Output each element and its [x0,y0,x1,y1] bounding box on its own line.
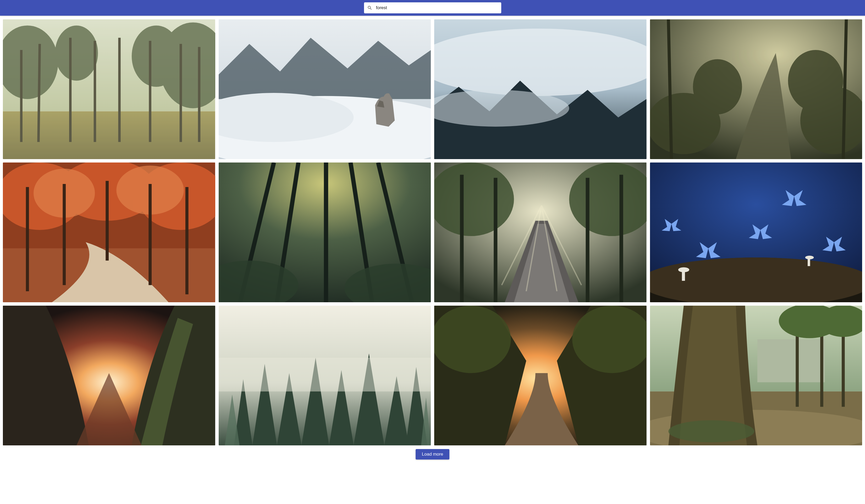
image-grid [0,16,865,447]
sunset-forest-road-image [434,306,647,445]
pine-forest-fog-image [219,306,431,445]
svg-rect-68 [219,358,431,391]
mossy-forest-path-image [650,19,862,159]
svg-point-76 [668,420,754,442]
svg-point-24 [693,59,742,114]
forest-sunlit-grove-image [3,19,215,159]
image-tile[interactable] [650,306,862,445]
image-tile[interactable] [3,19,215,159]
svg-point-19 [434,28,647,96]
svg-point-25 [788,50,843,111]
svg-rect-65 [808,258,810,266]
foggy-mountain-forest-image [434,19,647,159]
image-tile[interactable] [3,163,215,302]
image-tile[interactable] [219,306,431,445]
svg-rect-14 [3,19,215,159]
image-tile[interactable] [434,163,647,302]
svg-rect-63 [682,270,685,281]
image-tile[interactable] [434,19,647,159]
svg-point-61 [650,258,862,302]
tree-trunk-lakeside-image [650,306,862,445]
image-tile[interactable] [650,163,862,302]
svg-point-70 [434,306,511,373]
image-tile[interactable] [219,19,431,159]
wolf-in-foggy-mountains-image [219,19,431,159]
glowing-forest-portal-image [3,306,215,445]
dense-green-forest-looking-up-image [219,163,431,302]
load-more-button[interactable]: Load more [416,449,449,459]
autumn-forest-winding-path-image [3,163,215,302]
image-tile[interactable] [3,306,215,445]
svg-rect-73 [757,339,825,382]
footer: Load more [0,447,865,465]
image-tile[interactable] [219,163,431,302]
search-input[interactable] [376,5,498,11]
header-bar [0,0,865,16]
image-tile[interactable] [650,19,862,159]
search-container [364,2,501,13]
image-tile[interactable] [434,306,647,445]
forest-road-light-rays-image [434,163,647,302]
search-icon [367,5,372,11]
blue-butterflies-mushrooms-image [650,163,862,302]
